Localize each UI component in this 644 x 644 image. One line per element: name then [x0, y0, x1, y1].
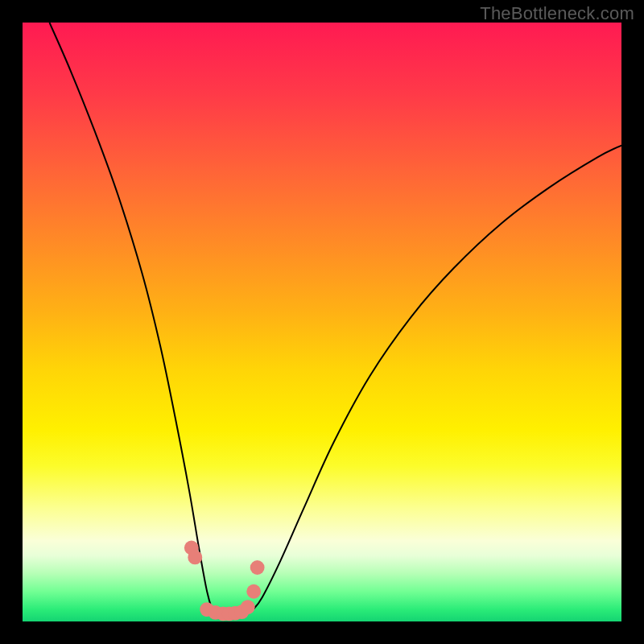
chart-container: TheBottleneck.com [0, 0, 644, 644]
right-markers [216, 560, 264, 621]
right-branch-curve-path [253, 146, 621, 610]
watermark-text: TheBottleneck.com [480, 3, 634, 24]
left-markers [184, 541, 223, 620]
left-markers-dot [188, 550, 202, 564]
right-markers-dot [246, 584, 261, 599]
right-markers-dot [241, 600, 255, 614]
left-branch-curve [49, 23, 213, 613]
plot-area [23, 23, 621, 621]
chart-svg [23, 23, 621, 621]
left-branch-curve-path [49, 23, 213, 613]
right-markers-dot [250, 560, 265, 575]
right-branch-curve [253, 146, 621, 610]
